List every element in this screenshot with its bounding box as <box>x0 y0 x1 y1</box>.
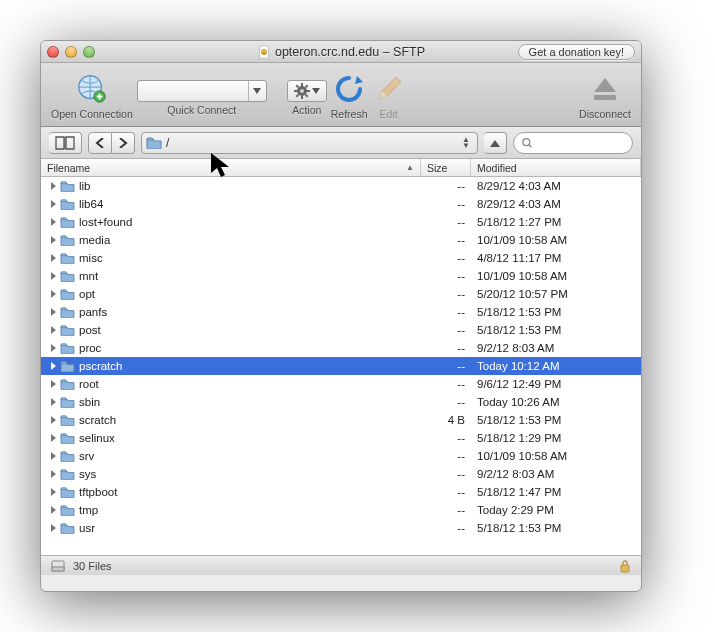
column-filename-label: Filename <box>47 162 90 174</box>
table-row[interactable]: mnt -- 10/1/09 10:58 AM <box>41 267 641 285</box>
file-modified: Today 2:29 PM <box>471 504 641 516</box>
folder-icon <box>60 450 75 462</box>
file-size: -- <box>421 306 471 318</box>
table-row[interactable]: tftpboot -- 5/18/12 1:47 PM <box>41 483 641 501</box>
folder-icon <box>60 288 75 300</box>
refresh-button[interactable]: Refresh <box>331 72 368 120</box>
file-modified: 10/1/09 10:58 AM <box>471 450 641 462</box>
nav-back-button[interactable] <box>88 132 112 154</box>
disclosure-icon[interactable] <box>51 272 56 280</box>
table-row[interactable]: opt -- 5/20/12 10:57 PM <box>41 285 641 303</box>
file-name: lost+found <box>79 216 132 228</box>
table-row[interactable]: srv -- 10/1/09 10:58 AM <box>41 447 641 465</box>
file-modified: 5/18/12 1:53 PM <box>471 306 641 318</box>
disclosure-icon[interactable] <box>51 218 56 226</box>
chevron-left-icon <box>95 138 105 148</box>
file-size: -- <box>421 288 471 300</box>
table-row[interactable]: misc -- 4/8/12 11:17 PM <box>41 249 641 267</box>
table-row[interactable]: post -- 5/18/12 1:53 PM <box>41 321 641 339</box>
path-combo[interactable]: / ▲▼ <box>141 132 478 154</box>
disclosure-icon[interactable] <box>51 290 56 298</box>
table-row[interactable]: sbin -- Today 10:26 AM <box>41 393 641 411</box>
disclosure-icon[interactable] <box>51 254 56 262</box>
file-modified: 9/6/12 12:49 PM <box>471 378 641 390</box>
file-modified: 10/1/09 10:58 AM <box>471 270 641 282</box>
open-connection-button[interactable]: Open Connection <box>51 72 133 120</box>
search-field[interactable] <box>513 132 633 154</box>
stepper-icon[interactable]: ▲▼ <box>459 137 473 149</box>
folder-icon <box>60 180 75 192</box>
status-bar: 30 Files <box>41 555 641 575</box>
disclosure-icon[interactable] <box>51 452 56 460</box>
disclosure-icon[interactable] <box>51 416 56 424</box>
table-row[interactable]: lost+found -- 5/18/12 1:27 PM <box>41 213 641 231</box>
quick-connect-combo[interactable] <box>137 80 267 102</box>
file-listing[interactable]: lib -- 8/29/12 4:03 AM lib64 -- 8/29/12 … <box>41 177 641 555</box>
file-size: -- <box>421 180 471 192</box>
disclosure-icon[interactable] <box>51 344 56 352</box>
disclosure-icon[interactable] <box>51 326 56 334</box>
eject-icon <box>588 72 622 106</box>
disclosure-icon[interactable] <box>51 488 56 496</box>
table-row[interactable]: sys -- 9/2/12 8:03 AM <box>41 465 641 483</box>
minimize-icon[interactable] <box>65 46 77 58</box>
table-row[interactable]: media -- 10/1/09 10:58 AM <box>41 231 641 249</box>
table-row[interactable]: pscratch -- Today 10:12 AM <box>41 357 641 375</box>
svg-point-1 <box>261 49 266 54</box>
zoom-icon[interactable] <box>83 46 95 58</box>
donation-button[interactable]: Get a donation key! <box>518 44 635 60</box>
disclosure-icon[interactable] <box>51 524 56 532</box>
up-button[interactable] <box>484 132 507 154</box>
file-name: post <box>79 324 101 336</box>
edit-button: Edit <box>372 72 406 120</box>
chevron-right-icon <box>118 138 128 148</box>
disclosure-icon[interactable] <box>51 470 56 478</box>
file-size: -- <box>421 216 471 228</box>
search-input[interactable] <box>536 137 624 149</box>
table-row[interactable]: root -- 9/6/12 12:49 PM <box>41 375 641 393</box>
folder-icon <box>60 522 75 534</box>
file-size: -- <box>421 324 471 336</box>
disclosure-icon[interactable] <box>51 434 56 442</box>
table-row[interactable]: panfs -- 5/18/12 1:53 PM <box>41 303 641 321</box>
column-size[interactable]: Size <box>421 159 471 176</box>
svg-rect-0 <box>260 45 269 57</box>
table-row[interactable]: tmp -- Today 2:29 PM <box>41 501 641 519</box>
disclosure-icon[interactable] <box>51 200 56 208</box>
svg-point-6 <box>300 89 304 93</box>
toolbar: Open Connection Quick Connect Acti <box>41 63 641 127</box>
table-row[interactable]: lib64 -- 8/29/12 4:03 AM <box>41 195 641 213</box>
disclosure-icon[interactable] <box>51 362 56 370</box>
chevron-down-icon[interactable] <box>248 81 266 101</box>
folder-icon <box>60 216 75 228</box>
disclosure-icon[interactable] <box>51 398 56 406</box>
disclosure-icon[interactable] <box>51 506 56 514</box>
table-row[interactable]: selinux -- 5/18/12 1:29 PM <box>41 429 641 447</box>
table-row[interactable]: scratch 4 B 5/18/12 1:53 PM <box>41 411 641 429</box>
column-modified[interactable]: Modified <box>471 159 641 176</box>
search-icon <box>522 137 532 149</box>
close-icon[interactable] <box>47 46 59 58</box>
svg-rect-19 <box>621 565 629 572</box>
nav-forward-button[interactable] <box>112 132 135 154</box>
folder-icon <box>146 136 162 149</box>
disconnect-label: Disconnect <box>579 108 631 120</box>
table-row[interactable]: proc -- 9/2/12 8:03 AM <box>41 339 641 357</box>
table-row[interactable]: lib -- 8/29/12 4:03 AM <box>41 177 641 195</box>
action-button[interactable]: Action <box>287 76 327 116</box>
folder-icon <box>60 504 75 516</box>
bookmarks-button[interactable] <box>49 132 82 154</box>
column-filename[interactable]: Filename ▲ <box>41 159 421 176</box>
disclosure-icon[interactable] <box>51 236 56 244</box>
disclosure-icon[interactable] <box>51 380 56 388</box>
file-size: -- <box>421 432 471 444</box>
folder-icon <box>60 432 75 444</box>
quick-connect-input[interactable] <box>138 85 248 97</box>
folder-icon <box>60 198 75 210</box>
disclosure-icon[interactable] <box>51 182 56 190</box>
table-row[interactable]: usr -- 5/18/12 1:53 PM <box>41 519 641 537</box>
file-name: tmp <box>79 504 98 516</box>
disconnect-button[interactable]: Disconnect <box>579 72 631 120</box>
drawer-icon[interactable] <box>51 560 65 572</box>
disclosure-icon[interactable] <box>51 308 56 316</box>
